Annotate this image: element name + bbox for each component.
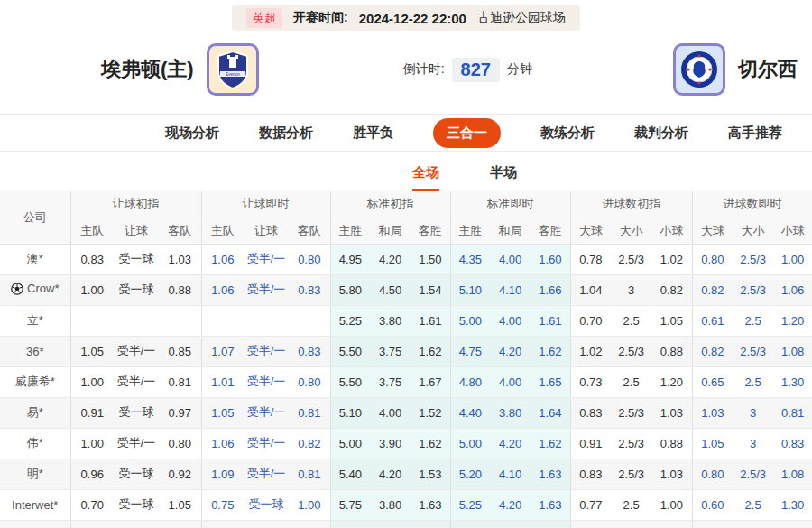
countdown-minutes: 827 (452, 58, 500, 82)
odds-cell: 5.50 (330, 366, 370, 397)
column-subheader: 大球 (570, 218, 611, 244)
odds-cell: 0.82 (651, 274, 692, 305)
odds-cell: 受半/一 (244, 459, 289, 489)
odds-cell (114, 520, 159, 528)
odds-cell: 1.05 (70, 336, 114, 366)
svg-text:Everton: Everton (226, 72, 240, 77)
table-row: 易*0.91受一球0.971.05受半/一0.815.104.001.524.4… (0, 397, 812, 428)
column-subheader: 主队 (70, 218, 114, 244)
company-cell (0, 520, 70, 528)
everton-crest-icon: Everton (207, 43, 259, 96)
odds-cell: 1.63 (531, 459, 570, 489)
nav-tab-7[interactable]: 高手推荐 (728, 125, 782, 142)
odds-cell (370, 520, 411, 528)
subtab-2[interactable]: 半场 (490, 164, 517, 191)
kickoff-label: 开赛时间: (293, 10, 348, 26)
odds-cell: 1.63 (411, 489, 450, 520)
table-row: 威廉希*1.00受半/一0.811.01受半/一0.805.503.751.67… (0, 366, 812, 397)
odds-cell: 1.54 (411, 274, 450, 305)
odds-cell: 0.88 (651, 336, 692, 366)
company-name: 伟* (27, 435, 43, 451)
odds-cell: 0.61 (692, 305, 733, 336)
nav-tab-1[interactable]: 现场分析 (165, 125, 219, 142)
company-name: 36* (26, 345, 44, 358)
odds-cell (490, 520, 531, 528)
column-subheader: 大小 (611, 218, 651, 244)
period-subtabs: 全场半场 (0, 152, 812, 191)
odds-cell: 4.20 (370, 244, 411, 274)
odds-cell: 1.30 (773, 366, 812, 397)
odds-cell: 1.04 (570, 274, 611, 305)
odds-cell: 1.61 (531, 305, 570, 336)
odds-cell: 0.97 (159, 397, 201, 428)
odds-cell (330, 520, 370, 528)
column-header-company: 公司 (0, 191, 70, 244)
odds-cell: 2.5/3 (733, 244, 773, 274)
odds-cell: 1.00 (289, 489, 330, 520)
column-subheader: 小球 (773, 218, 812, 244)
company-cell: 伟* (0, 428, 70, 459)
odds-cell: 1.62 (531, 428, 570, 459)
nav-tab-2[interactable]: 数据分析 (259, 125, 313, 142)
column-subheader: 客胜 (531, 218, 570, 244)
venue-name: 古迪逊公园球场 (477, 10, 566, 26)
odds-table-header: 公司 让球初指让球即时标准初指标准即时进球数初指进球数即时 主队让球客队主队让球… (0, 191, 812, 244)
odds-cell: 2.5 (611, 366, 651, 397)
odds-cell: 5.10 (450, 274, 490, 305)
odds-cell: 3.75 (370, 366, 411, 397)
odds-cell: 0.70 (570, 305, 611, 336)
odds-cell: 1.00 (70, 428, 114, 459)
odds-cell: 0.78 (570, 244, 611, 274)
nav-tab-4[interactable]: 三合一 (433, 118, 501, 148)
subtab-1[interactable]: 全场 (412, 164, 439, 191)
table-row: 澳*0.83受一球1.031.06受半/一0.804.954.201.504.3… (0, 244, 812, 274)
odds-cell: 0.91 (570, 428, 611, 459)
odds-cell: 1.62 (411, 428, 450, 459)
odds-cell: 1.63 (531, 489, 570, 520)
odds-cell: 受半/一 (244, 428, 289, 459)
nav-tab-3[interactable]: 胜平负 (353, 125, 393, 142)
odds-cell: 受一球 (244, 489, 289, 520)
odds-cell: 0.88 (159, 274, 201, 305)
company-name: 澳* (27, 251, 43, 267)
odds-cell: 受一球 (114, 397, 159, 428)
odds-cell: 1.02 (570, 336, 611, 366)
column-group-header: 让球即时 (201, 191, 330, 218)
odds-cell (570, 520, 611, 528)
odds-cell: 5.00 (450, 428, 490, 459)
odds-cell: 0.81 (289, 459, 330, 489)
odds-cell: 0.91 (70, 397, 114, 428)
odds-cell: 2.5/3 (611, 336, 651, 366)
column-group-header: 标准即时 (450, 191, 570, 218)
odds-cell: 4.95 (330, 244, 370, 274)
odds-cell: 5.25 (330, 305, 370, 336)
odds-cell (244, 305, 289, 336)
odds-cell: 1.05 (159, 489, 201, 520)
odds-cell: 5.50 (330, 336, 370, 366)
odds-cell: 4.10 (490, 274, 531, 305)
odds-cell: 3.90 (370, 428, 411, 459)
odds-cell: 1.66 (531, 274, 570, 305)
odds-cell: 1.08 (773, 459, 812, 489)
nav-tab-5[interactable]: 教练分析 (540, 125, 595, 142)
nav-tab-6[interactable]: 裁判分析 (634, 125, 688, 142)
odds-cell: 5.00 (450, 305, 490, 336)
odds-cell: 4.35 (450, 244, 490, 274)
odds-cell: 2.5 (733, 366, 773, 397)
odds-cell: 0.83 (289, 274, 330, 305)
home-team: 埃弗顿(主) Everton (101, 43, 259, 96)
odds-cell (159, 305, 201, 336)
odds-cell: 1.60 (531, 244, 570, 274)
column-group-header: 让球初指 (70, 191, 201, 218)
odds-cell: 受半/一 (114, 428, 159, 459)
company-name: 明* (27, 466, 43, 482)
odds-cell: 0.80 (692, 459, 733, 489)
odds-cell: 0.83 (289, 336, 330, 366)
odds-cell: 2.5/3 (733, 274, 773, 305)
odds-cell: 0.96 (70, 459, 114, 489)
column-group-header: 标准初指 (330, 191, 450, 218)
odds-cell: 0.82 (692, 274, 733, 305)
odds-cell: 0.83 (570, 397, 611, 428)
odds-cell: 0.82 (692, 336, 733, 366)
odds-cell: 4.00 (490, 305, 531, 336)
